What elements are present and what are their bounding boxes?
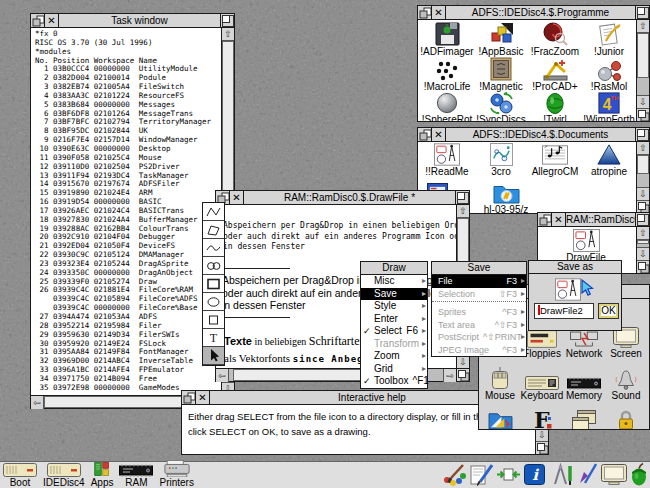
menu-item-save[interactable]: Save▸ — [361, 288, 427, 301]
menu-item-zoom[interactable]: Zoom▸ — [361, 350, 427, 363]
ok-button[interactable]: OK — [598, 303, 619, 319]
vertical-scrollbar[interactable]: ⇧ ⇩ — [636, 227, 649, 273]
toggle-size-icon[interactable] — [635, 6, 649, 19]
display-manager-icon[interactable] — [601, 464, 627, 485]
file-item[interactable]: DrawFile — [556, 229, 616, 263]
configure-item[interactable]: Lock — [605, 401, 647, 429]
title-bar[interactable]: ✕ Task window — [31, 14, 234, 28]
menu-item-text-area[interactable]: Text area^⇧F3▸ — [432, 319, 526, 332]
close-icon[interactable]: ✕ — [45, 14, 59, 27]
close-icon[interactable]: ✕ — [432, 128, 446, 141]
configure-item[interactable]: Sound — [605, 359, 647, 401]
closed-line-tool[interactable] — [203, 221, 224, 239]
filename-input[interactable]: DrawFile2 — [534, 303, 594, 319]
adjust-size-icon[interactable] — [536, 441, 548, 454]
configure-item[interactable]: System — [479, 401, 521, 429]
title-bar[interactable]: ✕ ADFS::IDEDisc4.$.Documents — [418, 128, 649, 142]
configure-item[interactable]: Windows — [563, 401, 605, 429]
square-tool[interactable] — [203, 311, 224, 329]
title-bar[interactable]: ✕ RAM::RamDisc0.$ — [538, 213, 649, 227]
squash-icon[interactable] — [497, 465, 520, 483]
app-item[interactable]: !MacroLife — [420, 57, 474, 92]
interactive-help-icon[interactable] — [524, 464, 545, 485]
app-item[interactable]: !ADFimager — [420, 21, 474, 57]
configure-item[interactable]: Mouse — [479, 359, 521, 401]
iconbar-item-idedisc4[interactable]: IDEDisc4 — [43, 463, 85, 488]
iconbar-item-printers[interactable]: Printers — [159, 460, 193, 488]
title-bar[interactable]: ✕ ADFS::IDEDisc4.$.Programme — [418, 6, 649, 20]
toggle-size-icon[interactable] — [635, 213, 649, 226]
scroll-up-icon[interactable]: ⇧ — [222, 28, 234, 41]
adjust-size-icon[interactable] — [637, 260, 649, 273]
app-item[interactable]: !RasMol — [582, 57, 636, 92]
iconbar-item-boot[interactable]: Boot — [3, 463, 37, 488]
menu-item-misc[interactable]: Misc▸ — [361, 275, 427, 288]
title-bar[interactable]: ✕ RAM::RamDisc0.$.DrawFile * — [216, 191, 469, 205]
close-icon[interactable]: ✕ — [432, 6, 446, 19]
closed-curve-tool[interactable] — [203, 257, 224, 275]
configure-item[interactable]: Memory — [563, 359, 605, 401]
menu-item-grid[interactable]: Grid▸ — [361, 363, 427, 376]
scrollbar-slider[interactable] — [44, 396, 200, 408]
drawfile-icon[interactable] — [555, 278, 581, 301]
menu-item-select[interactable]: ✓SelectF6▸ — [361, 325, 427, 338]
scroll-left-icon[interactable]: ⇦ — [216, 369, 229, 382]
file-item[interactable]: !!ReadMe — [420, 143, 474, 177]
menu-item-sprites[interactable]: Sprites^F3▸ — [432, 306, 526, 319]
back-icon[interactable] — [418, 128, 432, 141]
scroll-up-icon[interactable]: ⇧ — [637, 142, 649, 155]
configure-item[interactable]: Keyboard — [521, 359, 563, 401]
scroll-right-icon[interactable]: ⇨ — [443, 369, 456, 382]
toggle-size-icon[interactable] — [635, 128, 649, 141]
iconbar-item-ram[interactable]: RAM — [119, 464, 153, 488]
toggle-size-icon[interactable] — [220, 14, 234, 27]
app-item[interactable]: !Magnetic — [474, 57, 528, 92]
back-icon[interactable] — [538, 213, 552, 226]
edit-icon[interactable] — [470, 463, 493, 486]
close-icon[interactable]: ✕ — [552, 213, 566, 226]
scroll-down-icon[interactable]: ⇩ — [637, 187, 649, 200]
app-item[interactable]: !FracZoom — [528, 21, 582, 57]
draw-app-icon[interactable] — [549, 463, 573, 486]
scrollbar-slider[interactable] — [637, 240, 649, 244]
scroll-down-icon[interactable]: ⇩ — [637, 95, 649, 108]
text-tool[interactable]: T — [203, 329, 224, 347]
scroll-left-icon[interactable]: ⇦ — [31, 396, 44, 409]
file-item[interactable]: AllegroCM — [528, 143, 582, 177]
close-icon[interactable]: ✕ — [196, 391, 210, 404]
back-icon[interactable] — [31, 14, 45, 27]
back-icon[interactable] — [418, 6, 432, 19]
vertical-scrollbar[interactable]: ⇧ ⇩ — [636, 20, 649, 121]
app-item[interactable]: !Twirl — [528, 92, 582, 121]
line-tool[interactable] — [203, 203, 224, 221]
scroll-down-icon[interactable]: ⇩ — [637, 247, 649, 260]
menu-item-jpeg[interactable]: JPEG Image^F3▸ — [432, 344, 526, 357]
pen-icon[interactable] — [577, 463, 597, 485]
select-tool[interactable] — [203, 347, 224, 365]
paint-icon[interactable] — [442, 463, 466, 486]
scrollbar-slider[interactable] — [637, 33, 649, 78]
scroll-up-icon[interactable]: ⇧ — [637, 20, 649, 33]
menu-item-style[interactable]: Style▸ — [361, 300, 427, 313]
app-item[interactable]: !Junior — [582, 21, 636, 57]
rectangle-tool[interactable] — [203, 275, 224, 293]
menu-item-transform[interactable]: Transform▸ — [361, 338, 427, 351]
vertical-scrollbar[interactable]: ⇧ ⇩ — [636, 142, 649, 213]
adjust-size-icon[interactable] — [456, 368, 469, 381]
ellipse-tool[interactable] — [203, 293, 224, 311]
scroll-up-icon[interactable]: ⇧ — [637, 227, 649, 240]
iconbar-item-apps[interactable]: Apps — [91, 461, 114, 488]
menu-item-enter[interactable]: Enter▸ — [361, 313, 427, 326]
curve-tool[interactable] — [203, 239, 224, 257]
app-item[interactable]: !WimpForth — [582, 92, 636, 121]
close-icon[interactable]: ✕ — [230, 191, 244, 204]
menu-item-toolbox[interactable]: ✓Toolbox^F1 — [361, 375, 427, 388]
menu-item-file[interactable]: FileF3▸ — [432, 275, 526, 288]
folder-item[interactable]: hl-03-95/z — [476, 181, 536, 213]
adjust-size-icon[interactable] — [637, 108, 649, 121]
toggle-size-icon[interactable] — [455, 191, 469, 204]
configure-item[interactable]: Fonts — [521, 401, 563, 429]
scrollbar-slider[interactable] — [637, 155, 649, 174]
file-item[interactable]: atropine — [582, 143, 636, 177]
app-item[interactable]: !AppBasic — [474, 21, 528, 57]
